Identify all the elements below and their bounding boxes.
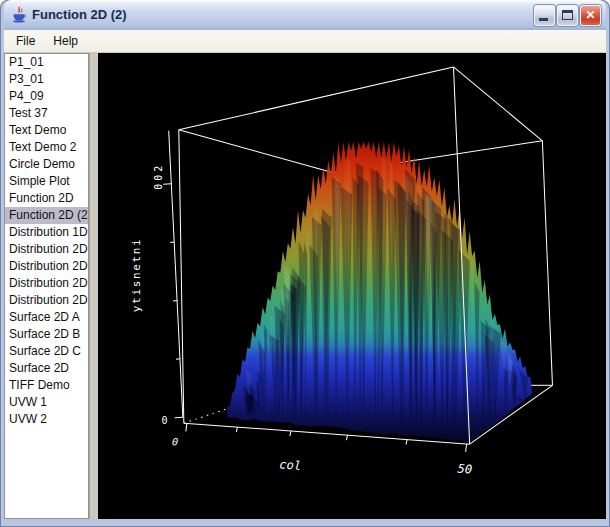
window-content: P1_01P3_01P4_09Test 37Text DemoText Demo… [4, 53, 606, 519]
z-axis-title: intensity [130, 239, 143, 312]
svg-text:0: 0 [153, 175, 164, 181]
sidebar-item[interactable]: P4_09 [5, 88, 88, 105]
z-tick-label-200: 200 [153, 166, 164, 190]
sidebar-item[interactable]: Simple Plot [5, 173, 88, 190]
sidebar-item[interactable]: P3_01 [5, 71, 88, 88]
maximize-button[interactable] [557, 5, 578, 26]
window-controls: ✕ [534, 5, 601, 26]
sidebar-item[interactable]: Surface 2D [5, 360, 88, 377]
sidebar-item[interactable]: Text Demo 2 [5, 139, 88, 156]
sidebar-item[interactable]: Distribution 2D A [5, 241, 88, 258]
sidebar-item[interactable]: Function 2D (2) [5, 207, 88, 224]
x-axis-title: col [279, 457, 302, 473]
menu-bar: File Help [4, 30, 606, 53]
minimize-icon [539, 18, 548, 21]
java-coffee-cup-icon [10, 6, 28, 24]
window-title: Function 2D (2) [32, 0, 534, 30]
plot-canvas[interactable]: 200intensity00col50 [98, 53, 606, 519]
svg-text:i: i [130, 289, 143, 296]
sidebar-item[interactable]: Distribution 2D [5, 292, 88, 309]
sidebar-item[interactable]: Function 2D [5, 190, 88, 207]
svg-text:t: t [130, 256, 143, 263]
sidebar-item[interactable]: UVW 2 [5, 411, 88, 428]
x-tick-label-0: 0 [172, 436, 179, 447]
svg-text:y: y [130, 305, 143, 312]
sidebar-item[interactable]: P1_01 [5, 54, 88, 71]
svg-text:t: t [130, 297, 143, 304]
app-window: Function 2D (2) ✕ File Help P1_01P3_01P4… [0, 0, 610, 527]
sidebar-item[interactable]: Distribution 1D [5, 224, 88, 241]
x-tick-label-50: 50 [457, 462, 473, 477]
sidebar-item[interactable]: Surface 2D C [5, 343, 88, 360]
svg-text:e: e [130, 264, 143, 271]
minimize-button[interactable] [534, 5, 555, 26]
sidebar-item[interactable]: Surface 2D A [5, 309, 88, 326]
sidebar-item[interactable]: TIFF Demo [5, 377, 88, 394]
svg-text:n: n [130, 248, 143, 255]
svg-text:n: n [130, 272, 143, 279]
menu-file[interactable]: File [7, 31, 44, 51]
svg-text:2: 2 [153, 166, 164, 172]
sidebar-divider [89, 53, 98, 519]
maximize-icon [562, 10, 573, 20]
sidebar-item[interactable]: Surface 2D B [5, 326, 88, 343]
close-icon: ✕ [585, 8, 595, 22]
svg-text:s: s [130, 281, 143, 288]
sidebar-item[interactable]: Distribution 2D B [5, 258, 88, 275]
sidebar-item[interactable]: Distribution 2D C [5, 275, 88, 292]
sidebar-item[interactable]: Circle Demo [5, 156, 88, 173]
menu-help[interactable]: Help [44, 31, 87, 51]
close-button[interactable]: ✕ [580, 5, 601, 26]
sidebar-item[interactable]: UVW 1 [5, 394, 88, 411]
svg-text:i: i [130, 239, 143, 246]
demo-list[interactable]: P1_01P3_01P4_09Test 37Text DemoText Demo… [4, 53, 89, 519]
svg-text:0: 0 [153, 184, 164, 190]
sidebar-item[interactable]: Text Demo [5, 122, 88, 139]
sidebar-item[interactable]: Test 37 [5, 105, 88, 122]
plot-area[interactable]: 200intensity00col50 [98, 53, 606, 519]
z-tick-label-0: 0 [162, 415, 168, 426]
title-bar[interactable]: Function 2D (2) ✕ [4, 0, 606, 30]
